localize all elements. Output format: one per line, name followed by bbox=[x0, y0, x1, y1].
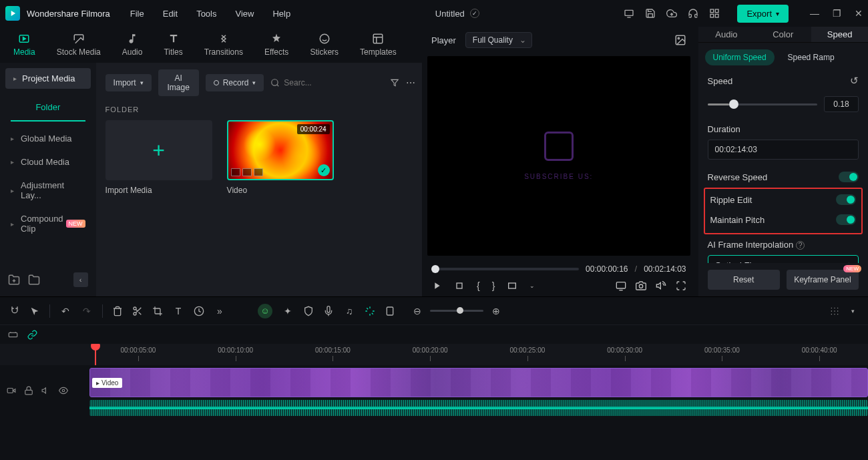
speed-icon[interactable] bbox=[194, 306, 204, 316]
new-bin-icon[interactable] bbox=[28, 274, 40, 286]
stop-button[interactable] bbox=[454, 280, 465, 291]
export-button[interactable]: Export▾ bbox=[737, 5, 789, 23]
tab-stock-media[interactable]: Stock Media bbox=[57, 33, 101, 57]
interp-select[interactable]: Optical Flow⌃ bbox=[708, 255, 859, 263]
preview-scrubber[interactable] bbox=[431, 268, 579, 270]
pointer-icon[interactable] bbox=[29, 306, 40, 316]
marker-icon[interactable] bbox=[385, 306, 395, 316]
track-video-icon[interactable] bbox=[7, 386, 16, 395]
collapse-sidebar-button[interactable]: ‹ bbox=[73, 272, 88, 287]
sidebar-adjustment-layer[interactable]: Adjustment Lay... bbox=[0, 174, 96, 207]
tab-transitions[interactable]: Transitions bbox=[204, 33, 243, 57]
zoom-out-icon[interactable]: ⊖ bbox=[411, 306, 423, 316]
sidebar-compound-clip[interactable]: Compound ClipNEW bbox=[0, 207, 96, 240]
sidebar-project-media[interactable]: Project Media bbox=[5, 68, 91, 89]
speed-value[interactable]: 0.18 bbox=[824, 96, 859, 112]
track-visibility-icon[interactable] bbox=[59, 386, 68, 395]
device-icon[interactable] bbox=[624, 8, 634, 19]
prop-tab-speed[interactable]: Speed bbox=[811, 27, 868, 42]
track-lock-icon[interactable] bbox=[24, 386, 33, 395]
preview-screen[interactable]: SUBSCRIBE US: bbox=[427, 56, 690, 256]
reset-button[interactable]: Reset bbox=[708, 270, 780, 290]
search-input[interactable] bbox=[284, 78, 384, 87]
sparkle-icon[interactable]: ✦ bbox=[282, 306, 294, 316]
cloud-icon[interactable] bbox=[666, 8, 677, 19]
reverse-toggle[interactable] bbox=[839, 172, 859, 182]
chain-icon[interactable] bbox=[27, 330, 37, 340]
cut-icon[interactable] bbox=[132, 306, 143, 316]
menu-tools[interactable]: Tools bbox=[196, 9, 216, 19]
undo-icon[interactable]: ↶ bbox=[59, 306, 71, 316]
menu-file[interactable]: File bbox=[130, 9, 144, 19]
playhead[interactable] bbox=[95, 344, 96, 365]
keyframe-panel-button[interactable]: Keyframe Panel NEW bbox=[787, 270, 859, 290]
audio-clip[interactable] bbox=[89, 400, 868, 416]
play-button[interactable] bbox=[431, 280, 442, 291]
video-clip[interactable]: ▸ Video bbox=[89, 368, 868, 397]
settings-dropdown-icon[interactable]: ▾ bbox=[847, 308, 859, 314]
filter-icon[interactable] bbox=[391, 77, 399, 88]
mark-in-button[interactable]: { bbox=[477, 280, 480, 291]
tab-effects[interactable]: Effects bbox=[264, 33, 288, 57]
record-button[interactable]: Record▾ bbox=[206, 74, 264, 91]
magnet-icon[interactable] bbox=[9, 306, 20, 316]
minimize-button[interactable]: — bbox=[810, 8, 819, 19]
link-clips-icon[interactable] bbox=[8, 330, 18, 340]
volume-icon[interactable] bbox=[656, 280, 666, 291]
ai-image-button[interactable]: AI Image bbox=[158, 69, 199, 96]
crop-icon[interactable] bbox=[152, 306, 163, 316]
mic-icon[interactable] bbox=[323, 306, 334, 316]
speed-slider[interactable] bbox=[708, 103, 817, 105]
import-media-box[interactable]: + bbox=[105, 120, 212, 180]
mark-out-button[interactable]: } bbox=[492, 280, 495, 291]
subtab-speed-ramp[interactable]: Speed Ramp bbox=[780, 49, 843, 65]
sidebar-cloud-media[interactable]: Cloud Media bbox=[0, 150, 96, 174]
more-icon[interactable]: ⋯ bbox=[406, 77, 415, 88]
auto-beat-icon[interactable] bbox=[365, 306, 375, 316]
menu-view[interactable]: View bbox=[235, 9, 254, 19]
zoom-thumb[interactable] bbox=[457, 307, 463, 314]
camera-icon[interactable] bbox=[636, 280, 646, 291]
text-icon[interactable]: T bbox=[172, 306, 184, 316]
tab-templates[interactable]: Templates bbox=[360, 33, 397, 57]
zoom-in-icon[interactable]: ⊕ bbox=[490, 306, 502, 316]
subtab-uniform-speed[interactable]: Uniform Speed bbox=[705, 49, 775, 65]
prop-tab-audio[interactable]: Audio bbox=[698, 27, 755, 42]
prop-tab-color[interactable]: Color bbox=[754, 27, 811, 42]
quality-select[interactable]: Full Quality bbox=[465, 32, 532, 48]
speed-slider-thumb[interactable] bbox=[729, 99, 738, 109]
maximize-button[interactable]: ❐ bbox=[833, 8, 841, 19]
time-ruler[interactable]: ✂ 00:00:05:00 00:00:10:00 00:00:15:00 00… bbox=[89, 344, 868, 365]
audio-sync-icon[interactable]: ♫ bbox=[343, 306, 355, 316]
zoom-slider[interactable] bbox=[430, 310, 483, 312]
menu-edit[interactable]: Edit bbox=[163, 9, 178, 19]
tab-stickers[interactable]: Stickers bbox=[310, 33, 339, 57]
folder-tab[interactable]: Folder bbox=[11, 94, 85, 122]
delete-icon[interactable] bbox=[112, 306, 123, 316]
display-icon[interactable] bbox=[616, 280, 626, 291]
duration-input[interactable] bbox=[708, 140, 859, 160]
track-mute-icon[interactable] bbox=[41, 386, 51, 395]
fullscreen-icon[interactable] bbox=[676, 280, 686, 291]
help-icon[interactable]: ? bbox=[796, 241, 805, 250]
ai-face-icon[interactable]: ☺ bbox=[258, 304, 272, 318]
reset-speed-icon[interactable]: ↺ bbox=[850, 75, 859, 87]
grid-icon[interactable] bbox=[829, 306, 840, 316]
tab-titles[interactable]: Titles bbox=[164, 33, 182, 57]
snapshot-icon[interactable] bbox=[674, 34, 686, 46]
video-thumbnail[interactable]: 00:00:24 ✓ bbox=[227, 120, 334, 180]
new-folder-icon[interactable] bbox=[8, 274, 20, 286]
search-box[interactable] bbox=[270, 78, 384, 87]
import-button[interactable]: Import▾ bbox=[105, 74, 152, 91]
aspect-button[interactable] bbox=[507, 280, 517, 291]
apps-icon[interactable] bbox=[709, 8, 720, 19]
menu-help[interactable]: Help bbox=[272, 9, 290, 19]
close-button[interactable]: ✕ bbox=[855, 8, 863, 19]
sidebar-global-media[interactable]: Global Media bbox=[0, 127, 96, 150]
tab-audio[interactable]: Audio bbox=[122, 33, 143, 57]
scrubber-head[interactable] bbox=[431, 265, 439, 273]
redo-icon[interactable]: ↷ bbox=[81, 306, 93, 316]
more-tools-icon[interactable]: » bbox=[214, 306, 226, 316]
shield-icon[interactable] bbox=[303, 306, 314, 316]
save-icon[interactable] bbox=[645, 8, 656, 19]
